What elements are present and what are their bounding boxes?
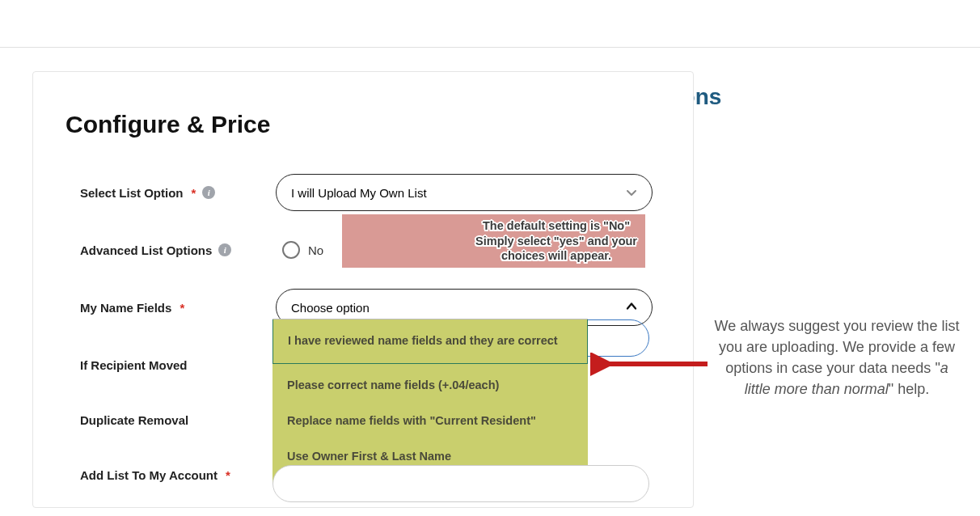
select-list-value: I will Upload My Own List bbox=[291, 186, 427, 200]
size-select[interactable] bbox=[272, 465, 649, 502]
annotation-pink-text: The default setting is "No" Simply selec… bbox=[475, 218, 637, 264]
option-label: I have reviewed name fields and they are… bbox=[288, 334, 558, 347]
radio-circle-icon bbox=[282, 241, 300, 259]
required-mark: * bbox=[226, 468, 230, 482]
option-label: Please correct name fields (+.04/each) bbox=[287, 379, 499, 391]
annotation-pink: The default setting is "No" Simply selec… bbox=[342, 214, 645, 268]
chevron-up-icon bbox=[626, 301, 637, 315]
page-title: Configure & Price bbox=[65, 111, 661, 138]
label-text: My Name Fields bbox=[80, 301, 171, 315]
label-select-list: Select List Option * i bbox=[65, 186, 276, 200]
label-text: If Recipient Moved bbox=[80, 358, 188, 372]
name-fields-option-reviewed[interactable]: I have reviewed name fields and they are… bbox=[272, 319, 588, 364]
chevron-down-icon bbox=[626, 187, 637, 198]
label-text: Select List Option bbox=[80, 186, 184, 200]
label-text: Duplicate Removal bbox=[80, 413, 188, 427]
control-select-list: I will Upload My Own List bbox=[276, 174, 661, 211]
option-label: Use Owner First & Last Name bbox=[287, 450, 451, 463]
label-advanced: Advanced List Options i bbox=[65, 243, 276, 257]
name-fields-option-correct[interactable]: Please correct name fields (+.04/each) bbox=[272, 367, 588, 403]
radio-no[interactable]: No bbox=[276, 235, 336, 265]
required-mark: * bbox=[180, 301, 184, 315]
divider bbox=[0, 47, 980, 48]
label-recipient-moved: If Recipient Moved bbox=[65, 358, 276, 372]
radio-no-label: No bbox=[308, 243, 323, 257]
name-fields-option-replace[interactable]: Replace name fields with "Current Reside… bbox=[272, 403, 588, 438]
required-mark: * bbox=[192, 186, 196, 200]
annotation-arrow-icon bbox=[590, 353, 712, 377]
info-icon[interactable]: i bbox=[218, 243, 231, 256]
label-name-fields: My Name Fields * bbox=[65, 301, 276, 315]
info-icon[interactable]: i bbox=[202, 186, 215, 199]
row-select-list: Select List Option * i I will Upload My … bbox=[65, 174, 661, 211]
label-text: Advanced List Options bbox=[80, 243, 212, 257]
annotation-side-text: We always suggest you review the list yo… bbox=[712, 315, 962, 400]
name-fields-options-panel: I have reviewed name fields and they are… bbox=[272, 319, 588, 484]
label-duplicate-removal: Duplicate Removal bbox=[65, 413, 276, 427]
option-label: Replace name fields with "Current Reside… bbox=[287, 414, 536, 427]
label-add-list: Add List To My Account * bbox=[65, 468, 276, 482]
select-list-dropdown[interactable]: I will Upload My Own List bbox=[276, 174, 653, 211]
label-text: Add List To My Account bbox=[80, 468, 218, 482]
name-fields-placeholder: Choose option bbox=[291, 301, 370, 315]
